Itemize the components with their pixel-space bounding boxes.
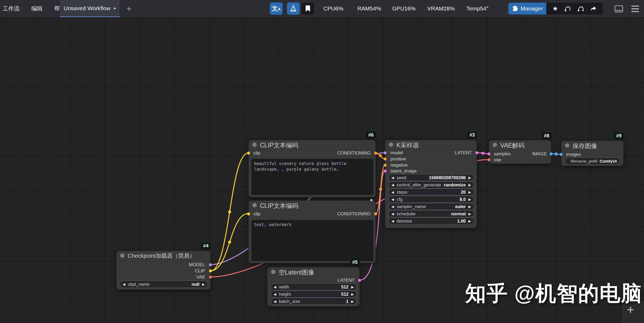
node-collapse-dot[interactable] <box>252 142 257 147</box>
output-port-latent[interactable] <box>358 279 361 282</box>
output-port-vae[interactable] <box>209 276 212 279</box>
widget-steps[interactable]: ◀ steps 20 ▶ <box>388 189 474 196</box>
decrement-arrow-icon[interactable]: ◀ <box>391 183 394 187</box>
zhihu-watermark: 知乎 @机智的电脑 <box>465 280 642 308</box>
node-header[interactable]: CLIP文本编码 <box>249 140 376 149</box>
output-port-image[interactable] <box>550 152 553 155</box>
clean-icon[interactable] <box>564 5 571 12</box>
node-checkpoint-loader[interactable]: Checkpoint加载器（简易） MODEL CLIP VAE ◀ ckpt_… <box>116 251 211 290</box>
increment-arrow-icon[interactable]: ▶ <box>351 285 354 289</box>
widget-value: randomize <box>441 182 468 187</box>
decrement-arrow-icon[interactable]: ◀ <box>391 176 394 179</box>
increment-arrow-icon[interactable]: ▶ <box>202 283 205 286</box>
ram-stat: RAM54% <box>357 0 381 17</box>
widget-sampler-name[interactable]: ◀ sampler_name euler ▶ <box>388 203 474 210</box>
node-header[interactable]: VAE解码 <box>489 140 551 150</box>
decrement-arrow-icon[interactable]: ◀ <box>274 292 276 296</box>
decrement-arrow-icon[interactable]: ◀ <box>391 205 394 208</box>
widget-label: denoise <box>397 219 412 224</box>
cpu-stat: CPU6% <box>323 0 343 17</box>
node-header[interactable]: Checkpoint加载器（简易） <box>116 251 210 260</box>
input-port-negative[interactable] <box>384 164 387 167</box>
node-collapse-dot[interactable] <box>389 142 393 147</box>
node-header[interactable]: 保存图像 <box>561 141 623 150</box>
output-port-conditioning[interactable] <box>374 212 377 215</box>
decrement-arrow-icon[interactable]: ◀ <box>391 190 394 194</box>
node-collapse-dot[interactable] <box>493 143 497 147</box>
node-header[interactable]: CLIP文本编码 <box>249 201 376 210</box>
prompt-textarea[interactable]: beautiful scenery nature glass bottle la… <box>251 159 373 195</box>
comfy-logo-toggle-button[interactable] <box>287 2 300 15</box>
quick-actions-group: ★ <box>546 3 603 14</box>
node-header[interactable]: 空Latent图像 <box>267 267 359 277</box>
node-save-image[interactable]: 保存图像 images filename_prefix ComfyUI <box>561 141 624 166</box>
decrement-arrow-icon[interactable]: ◀ <box>391 219 394 223</box>
increment-arrow-icon[interactable]: ▶ <box>468 176 471 179</box>
decrement-arrow-icon[interactable]: ◀ <box>391 212 394 216</box>
widget-control-after-generate[interactable]: ◀ control_after_generate randomize ▶ <box>388 181 474 188</box>
widget-seed[interactable]: ◀ seed 156680208700286 ▶ <box>388 174 474 181</box>
increment-arrow-icon[interactable]: ▶ <box>351 300 354 303</box>
output-port-latent[interactable] <box>475 151 478 154</box>
decrement-arrow-icon[interactable]: ◀ <box>274 285 276 289</box>
widget-batch-size[interactable]: ◀ batch_size 1 ▶ <box>271 298 357 305</box>
input-port-images[interactable] <box>560 153 563 156</box>
node-collapse-dot[interactable] <box>565 143 569 148</box>
clean-all-icon[interactable] <box>577 5 584 12</box>
input-port-model[interactable] <box>384 151 387 154</box>
widget-scheduler[interactable]: ◀ scheduler normal ▶ <box>388 210 474 217</box>
input-port-clip[interactable] <box>247 152 250 155</box>
input-port-clip[interactable] <box>247 212 250 215</box>
bottom-panel-toggle-icon[interactable] <box>614 5 623 13</box>
node-vae-decode[interactable]: VAE解码 samples vae IMAGE <box>489 140 551 164</box>
increment-arrow-icon[interactable]: ▶ <box>468 219 471 223</box>
translate-toggle-button[interactable]: 文A <box>270 2 283 15</box>
menu-edit[interactable]: 编辑 <box>25 0 48 17</box>
workflow-tab[interactable]: Unsaved Workflow ● <box>59 0 120 17</box>
graph-canvas[interactable]: #4 Checkpoint加载器（简易） MODEL CLIP VAE ◀ ck… <box>0 17 644 323</box>
input-port-latent-image[interactable] <box>384 170 387 172</box>
manager-button[interactable]: Manager <box>508 3 546 14</box>
share-icon[interactable] <box>590 5 597 12</box>
increment-arrow-icon[interactable]: ▶ <box>351 292 354 296</box>
widget-denoise[interactable]: ◀ denoise 1.00 ▶ <box>388 217 474 224</box>
increment-arrow-icon[interactable]: ▶ <box>468 205 471 208</box>
prompt-textarea[interactable]: text, watermark <box>251 220 373 261</box>
input-port-samples[interactable] <box>487 152 490 155</box>
increment-arrow-icon[interactable]: ▶ <box>468 190 471 194</box>
increment-arrow-icon[interactable]: ▶ <box>468 183 471 187</box>
widget-filename-prefix[interactable]: filename_prefix ComfyUI <box>565 157 620 165</box>
decrement-arrow-icon[interactable]: ◀ <box>391 198 394 201</box>
node-collapse-dot[interactable] <box>271 270 275 274</box>
decrement-arrow-icon[interactable]: ◀ <box>274 300 276 303</box>
output-port-conditioning[interactable] <box>374 152 377 155</box>
output-port-model[interactable] <box>209 263 212 266</box>
menu-workflow[interactable]: 工作流 <box>0 0 25 17</box>
star-icon[interactable]: ★ <box>552 5 558 12</box>
widget-label: width <box>279 284 289 290</box>
widget-value: 1 <box>344 299 351 304</box>
widget-ckpt-name[interactable]: ◀ ckpt_name null ▶ <box>120 280 208 288</box>
node-header[interactable]: K采样器 <box>385 140 477 149</box>
widget-cfg[interactable]: ◀ cfg 8.0 ▶ <box>388 196 474 203</box>
node-empty-latent-image[interactable]: 空Latent图像 LATENT ◀ width 512 ▶ ◀ height … <box>267 267 360 307</box>
node-collapse-dot[interactable] <box>252 203 257 207</box>
node-id-badge: #9 <box>614 133 624 139</box>
widget-width[interactable]: ◀ width 512 ▶ <box>271 283 357 290</box>
output-port-clip[interactable] <box>209 269 212 272</box>
input-port-positive[interactable] <box>384 157 387 160</box>
node-clip-text-encode-negative[interactable]: CLIP文本编码 clip CONDITIONING text, waterma… <box>248 200 376 263</box>
output-label-vae: VAE <box>196 275 205 280</box>
new-workflow-button[interactable]: + <box>123 0 135 17</box>
decrement-arrow-icon[interactable]: ◀ <box>123 283 125 286</box>
node-collapse-dot[interactable] <box>120 253 124 258</box>
hamburger-menu-icon[interactable] <box>631 5 640 13</box>
increment-arrow-icon[interactable]: ▶ <box>468 212 471 216</box>
input-port-vae[interactable] <box>487 158 490 161</box>
node-ksampler[interactable]: K采样器 model positive negative latent_imag… <box>385 140 477 228</box>
node-clip-text-encode-positive[interactable]: CLIP文本编码 clip CONDITIONING beautiful sce… <box>248 140 376 197</box>
increment-arrow-icon[interactable]: ▶ <box>468 198 471 201</box>
output-label-conditioning: CONDITIONING <box>337 211 371 217</box>
bookmark-toggle-button[interactable] <box>301 2 314 15</box>
widget-height[interactable]: ◀ height 512 ▶ <box>271 291 357 298</box>
